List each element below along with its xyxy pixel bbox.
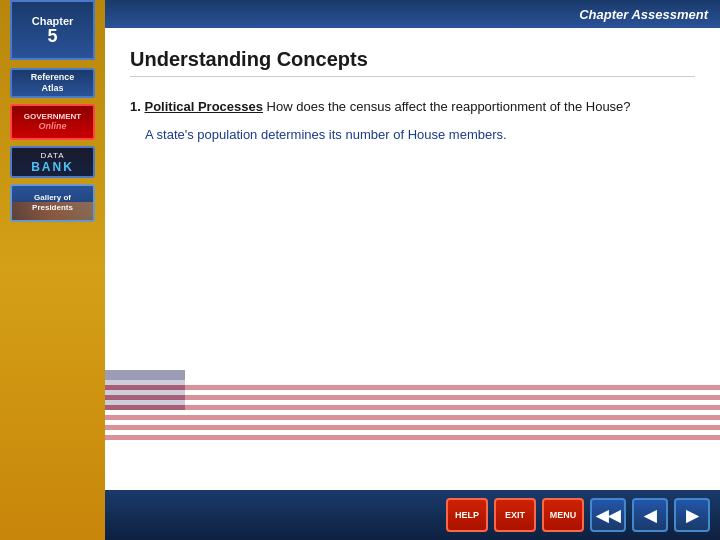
back-icon: ◀◀ — [596, 506, 620, 525]
question-topic: Political Processes — [144, 99, 263, 114]
question-number: 1. — [130, 99, 144, 114]
next-button[interactable]: ▶ — [674, 498, 710, 532]
page-title: Understanding Concepts — [130, 48, 695, 77]
question-block: 1. Political Processes How does the cens… — [130, 97, 695, 145]
help-button[interactable]: HELP — [446, 498, 488, 532]
sidebar: Chapter 5 ReferenceAtlas GOVERNMENT Onli… — [0, 0, 105, 540]
header: Chapter Assessment — [0, 0, 720, 28]
answer-text: A state's population determines its numb… — [145, 125, 695, 145]
sidebar-nav: ReferenceAtlas GOVERNMENT Online DATA BA… — [10, 68, 95, 222]
gallery-label: Gallery ofPresidents — [32, 193, 73, 212]
main-content: Understanding Concepts 1. Political Proc… — [105, 28, 720, 540]
bottom-toolbar: HELP EXIT MENU ◀◀ ◀ ▶ — [105, 490, 720, 540]
sidebar-item-gallery[interactable]: Gallery ofPresidents — [10, 184, 95, 222]
next-icon: ▶ — [686, 506, 698, 525]
header-title: Chapter Assessment — [579, 7, 708, 22]
gov-online-label: GOVERNMENT Online — [24, 112, 81, 132]
reference-atlas-label: ReferenceAtlas — [31, 72, 75, 94]
back-button[interactable]: ◀◀ — [590, 498, 626, 532]
chapter-box: Chapter 5 — [10, 0, 95, 60]
question-text: How does the census affect the reapporti… — [263, 99, 631, 114]
sidebar-item-reference-atlas[interactable]: ReferenceAtlas — [10, 68, 95, 98]
sidebar-item-government-online[interactable]: GOVERNMENT Online — [10, 104, 95, 140]
flag-stripes-decoration — [105, 380, 720, 440]
sidebar-item-data-bank[interactable]: DATA BANK — [10, 146, 95, 178]
chapter-number: 5 — [47, 27, 57, 45]
content-area: Understanding Concepts 1. Political Proc… — [105, 28, 720, 490]
data-label: DATA — [31, 151, 74, 160]
bank-label: BANK — [31, 160, 74, 174]
prev-icon: ◀ — [644, 506, 656, 525]
prev-button[interactable]: ◀ — [632, 498, 668, 532]
exit-button[interactable]: EXIT — [494, 498, 536, 532]
menu-button[interactable]: MENU — [542, 498, 584, 532]
question-line: 1. Political Processes How does the cens… — [130, 97, 695, 115]
